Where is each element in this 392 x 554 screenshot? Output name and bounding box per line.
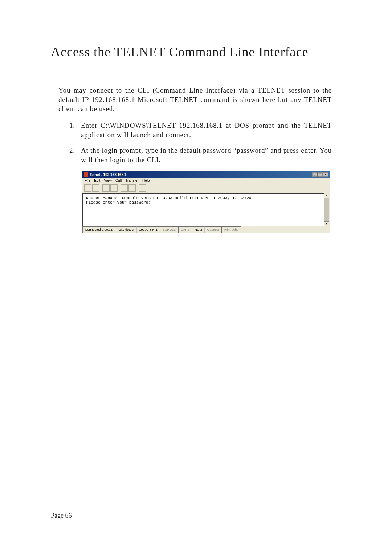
toolbar-separator [100,184,102,192]
toolbar-send-icon[interactable] [121,184,128,192]
status-connected: Connected 0:00:31 [82,226,115,233]
toolbar [82,183,330,193]
menu-call[interactable]: Call [115,178,122,182]
status-config: 19200 8-N-1 [137,226,160,233]
resize-grip-icon[interactable] [241,226,247,233]
page-heading: Access the TELNET Command Line Interface [51,44,338,61]
step-2: 2. At the login prompt, type in the defa… [69,146,332,164]
scroll-thumb[interactable] [324,198,329,221]
menu-transfer[interactable]: Transfer [125,178,139,182]
step-1: 1. Enter C:\WINDOWS\TELNET 192.168.168.1… [69,121,332,139]
telnet-window: Telnet - 192.168.168.1 _ □ × File Edit V… [82,171,330,233]
list-number: 1. [69,121,75,130]
minimize-icon[interactable]: _ [312,172,317,177]
status-bar: Connected 0:00:31 Auto detect 19200 8-N-… [82,226,330,233]
menu-view[interactable]: View [104,178,112,182]
menu-file[interactable]: File [85,178,90,182]
status-detect: Auto detect [115,226,137,233]
step-text: Enter C:\WINDOWS\TELNET 192.168.168.1 at… [81,122,332,139]
toolbar-separator [118,184,120,192]
toolbar-hangup-icon[interactable] [110,184,118,192]
toolbar-new-icon[interactable] [84,184,91,192]
title-bar: Telnet - 192.168.168.1 _ □ × [82,171,330,178]
close-icon[interactable]: × [323,172,328,177]
toolbar-open-icon[interactable] [92,184,99,192]
vertical-scrollbar[interactable]: ▲ ▼ [324,193,330,226]
status-capture: Capture [205,226,221,233]
page-number: Page 66 [51,512,72,520]
scroll-up-icon[interactable]: ▲ [324,193,329,198]
steps-list: 1. Enter C:\WINDOWS\TELNET 192.168.168.1… [58,121,332,165]
window-title: Telnet - 192.168.168.1 [90,173,127,177]
terminal-area[interactable]: Router Manager Console Version: 3.03 Bui… [82,193,330,226]
toolbar-call-icon[interactable] [102,184,110,192]
menu-help[interactable]: Help [142,178,150,182]
menu-edit[interactable]: Edit [94,178,100,182]
intro-paragraph: You may connect to the CLI (Command Line… [58,86,332,114]
maximize-icon[interactable]: □ [318,172,323,177]
content-box: You may connect to the CLI (Command Line… [51,80,339,239]
status-num: NUM [192,226,205,233]
terminal-line-1: Router Manager Console Version: 3.03 Bui… [86,196,326,200]
status-caps: CAPS [178,226,192,233]
scroll-down-icon[interactable]: ▼ [324,221,329,226]
status-scroll: SCROLL [160,226,178,233]
list-number: 2. [69,146,75,155]
step-text: At the login prompt, type in the default… [81,147,332,164]
status-printecho: Print echo [221,226,241,233]
terminal-line-2: Please enter your password: [86,200,326,205]
menu-bar: File Edit View Call Transfer Help [82,178,330,183]
toolbar-properties-icon[interactable] [139,184,146,192]
toolbar-separator [136,184,138,192]
app-icon [84,172,88,177]
toolbar-receive-icon[interactable] [128,184,136,192]
title-bar-left: Telnet - 192.168.168.1 [84,172,127,177]
window-controls: _ □ × [312,172,328,177]
